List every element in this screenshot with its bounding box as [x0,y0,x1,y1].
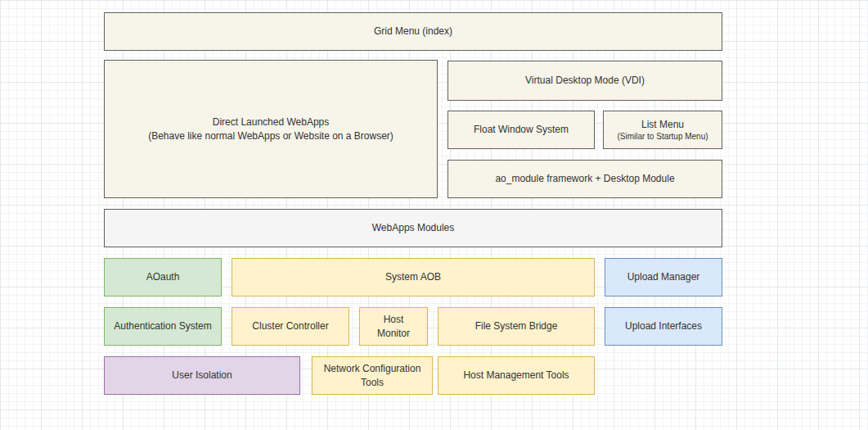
box-upload-interfaces-label: Upload Interfaces [625,319,702,333]
box-user-isolation-label: User Isolation [172,369,232,382]
box-direct-launched-webapps[interactable]: Direct Launched WebApps (Behave like nor… [104,60,438,198]
box-aoauth-label: AOauth [146,270,180,283]
box-grid-menu-label: Grid Menu (index) [374,25,452,38]
box-grid-menu[interactable]: Grid Menu (index) [104,12,722,51]
box-ao-module-framework[interactable]: ao_module framework + Desktop Module [447,160,722,198]
box-file-system-bridge-label: File System Bridge [475,319,558,333]
box-host-management-tools-label: Host Management Tools [463,369,569,382]
diagram-canvas: { "canvas": { "background_color": "#ffff… [0,0,868,430]
box-list-menu[interactable]: List Menu (Similar to Startup Menu) [603,111,722,149]
box-webapps-modules-label: WebApps Modules [372,221,455,234]
box-host-management-tools[interactable]: Host Management Tools [438,356,595,395]
box-user-isolation[interactable]: User Isolation [104,356,300,395]
box-host-monitor-label: Host Monitor [367,313,421,339]
box-ao-module-framework-label: ao_module framework + Desktop Module [495,172,674,185]
box-virtual-desktop-mode-label: Virtual Desktop Mode (VDI) [525,74,645,87]
box-host-monitor[interactable]: Host Monitor [359,307,428,346]
box-authentication-system-label: Authentication System [114,319,211,333]
box-virtual-desktop-mode[interactable]: Virtual Desktop Mode (VDI) [447,61,722,101]
box-aoauth[interactable]: AOauth [104,258,222,296]
box-direct-launched-webapps-line2: (Behave like normal WebApps or Website o… [148,129,394,143]
box-cluster-controller[interactable]: Cluster Controller [232,307,349,346]
box-authentication-system[interactable]: Authentication System [104,307,222,346]
box-list-menu-label: List Menu [641,118,684,131]
box-system-aob[interactable]: System AOB [232,258,595,296]
box-system-aob-label: System AOB [385,270,441,283]
box-upload-manager[interactable]: Upload Manager [605,258,722,296]
box-network-configuration-tools-label: Network Configuration Tools [319,362,425,388]
box-upload-manager-label: Upload Manager [627,270,700,283]
box-file-system-bridge[interactable]: File System Bridge [438,307,595,346]
box-float-window-system[interactable]: Float Window System [447,111,595,149]
box-list-menu-sublabel: (Similar to Startup Menu) [617,131,708,143]
box-cluster-controller-label: Cluster Controller [252,319,328,333]
box-direct-launched-webapps-line1: Direct Launched WebApps [213,115,330,129]
box-float-window-system-label: Float Window System [474,123,569,136]
box-webapps-modules[interactable]: WebApps Modules [104,209,722,247]
box-upload-interfaces[interactable]: Upload Interfaces [605,307,722,346]
box-network-configuration-tools[interactable]: Network Configuration Tools [312,356,433,395]
